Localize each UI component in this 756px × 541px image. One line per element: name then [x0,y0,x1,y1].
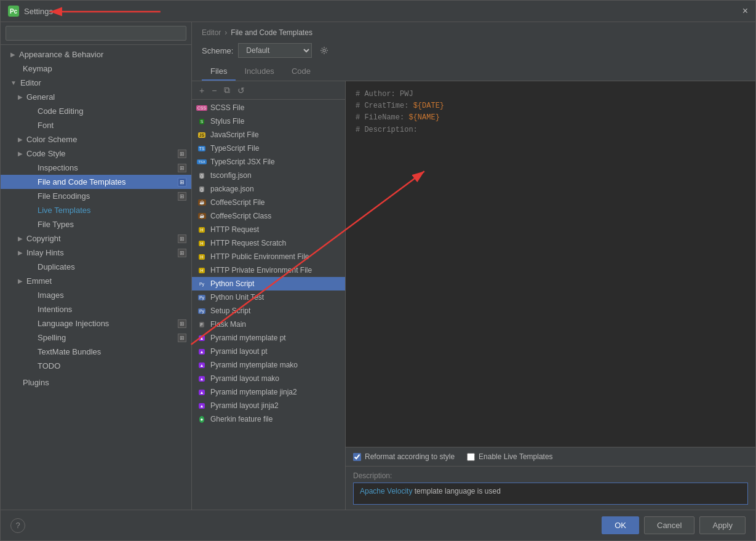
sidebar-item-images[interactable]: Images [1,288,191,302]
expand-arrow-color-scheme: ▶ [18,136,23,143]
file-item-pyr-layojinja[interactable]: ▲ Pyramid layout jinja2 [192,399,345,412]
sidebar-item-general[interactable]: ▶ General [1,90,191,104]
file-item-styl[interactable]: S Stylus File [192,114,345,128]
sidebar-item-intentions[interactable]: Intentions [1,302,191,316]
live-templates-label: Enable Live Templates [479,452,553,461]
sidebar-item-inspections[interactable]: Inspections ⊞ [1,161,191,175]
http-public-icon: H [197,252,207,262]
tab-includes[interactable]: Includes [236,63,282,81]
description-section: Description: Apache Velocity template la… [346,466,755,510]
sidebar-item-duplicates[interactable]: Duplicates [1,260,191,274]
file-item-js[interactable]: JS JavaScript File [192,128,345,142]
code-line-4: # Description: [356,124,746,136]
tab-files[interactable]: Files [202,63,236,81]
remove-template-button[interactable]: − [209,84,219,97]
help-button[interactable]: ? [10,518,25,533]
gear-button[interactable] [317,43,332,58]
file-item-tsconfig[interactable]: {} tsconfig.json [192,169,345,182]
sidebar-item-code-style[interactable]: ▶ Code Style ⊞ [1,146,191,161]
code-line-2: # CreatTime: ${DATE} [356,100,746,112]
file-item-package-json[interactable]: {} package.json [192,182,345,196]
coffee-icon: ☕ [197,198,207,207]
sidebar-item-textmate-bundles[interactable]: TextMate Bundles [1,345,191,359]
sidebar-item-spelling[interactable]: Spelling ⊞ [1,331,191,345]
live-templates-checkbox-label[interactable]: Enable Live Templates [467,452,553,461]
sidebar-item-font[interactable]: Font [1,118,191,132]
ts-icon: TS [197,143,207,153]
file-item-http-request[interactable]: H HTTP Request [192,223,345,236]
editor-panel: # Author: PWJ # CreatTime: ${DATE} # Fil… [346,81,755,510]
reformat-checkbox[interactable] [353,453,361,461]
file-item-pyr-layomako[interactable]: ▲ Pyramid layout mako [192,372,345,385]
file-item-ts[interactable]: TS TypeScript File [192,142,345,155]
gear-icon [320,46,328,55]
sidebar-item-color-scheme[interactable]: ▶ Color Scheme [1,132,191,146]
sidebar-item-language-injections[interactable]: Language Injections ⊞ [1,316,191,331]
sidebar-item-file-and-code-templates[interactable]: File and Code Templates ⊞ [1,175,191,189]
file-item-flask-main[interactable]: F Flask Main [192,318,345,331]
sidebar-item-keymap[interactable]: Keymap [1,62,191,76]
file-item-gherkin[interactable]: ● Gherkin feature file [192,412,345,426]
file-item-http-private[interactable]: H HTTP Private Environment File [192,263,345,277]
file-item-pyr-layopt[interactable]: ▲ Pyramid layout pt [192,345,345,358]
title-bar: Pc Settings × [1,1,755,22]
scss-icon: CSS [197,103,207,113]
sidebar-item-code-editing[interactable]: Code Editing [1,104,191,118]
sidebar-item-todo[interactable]: TODO [1,359,191,373]
sidebar-item-appearance[interactable]: ▶ Appearance & Behavior [1,47,191,62]
packagejson-icon: {} [197,184,207,194]
sidebar-item-emmet[interactable]: ▶ Emmet [1,274,191,288]
tab-code[interactable]: Code [283,63,319,81]
sidebar-item-live-templates[interactable]: Live Templates [1,203,191,217]
close-button[interactable]: × [742,6,748,17]
file-item-http-scratch[interactable]: H HTTP Request Scratch [192,236,345,250]
scheme-label: Scheme: [202,46,233,55]
file-item-pyr-myjinja[interactable]: ▲ Pyramid mytemplate jinja2 [192,385,345,399]
live-templates-checkbox[interactable] [467,453,475,461]
sidebar-item-copyright[interactable]: ▶ Copyright ⊞ [1,231,191,246]
python-script-icon: Py [197,279,207,289]
sidebar: ▶ Appearance & Behavior Keymap ▼ Editor … [1,22,192,510]
file-item-pyr-mypt[interactable]: ▲ Pyramid mytemplate pt [192,331,345,345]
cancel-button[interactable]: Cancel [644,516,694,534]
pyr-mypt-icon: ▲ [197,333,207,343]
code-line-3: # FileName: ${NAME} [356,112,746,124]
split-content: + − ⧉ ↺ CSS SCSS File S [192,81,755,510]
file-item-python-unit-test[interactable]: Py Python Unit Test [192,291,345,304]
dialog-title: Settings [24,7,53,16]
ih-badge: ⊞ [178,249,186,257]
file-item-coffeescript[interactable]: ☕ CoffeeScript File [192,196,345,209]
code-editor[interactable]: # Author: PWJ # CreatTime: ${DATE} # Fil… [346,81,755,447]
reset-template-button[interactable]: ↺ [235,84,247,97]
copy-template-button[interactable]: ⧉ [221,84,233,97]
fact-badge: ⊞ [178,178,186,186]
sidebar-item-file-encodings[interactable]: File Encodings ⊞ [1,189,191,203]
options-row: Reformat according to style Enable Live … [346,447,755,466]
file-item-http-public[interactable]: H HTTP Public Environment File [192,250,345,263]
scheme-select[interactable]: Default Project [238,43,312,58]
breadcrumb-current: File and Code Templates [231,28,312,37]
reformat-checkbox-label[interactable]: Reformat according to style [353,452,455,461]
sidebar-item-editor[interactable]: ▼ Editor [1,76,191,90]
apache-velocity-link[interactable]: Apache Velocity [360,487,412,495]
sidebar-item-file-types[interactable]: File Types [1,217,191,231]
file-list-toolbar: + − ⧉ ↺ [192,81,345,100]
apply-button[interactable]: Apply [699,516,746,534]
sidebar-item-inlay-hints[interactable]: ▶ Inlay Hints ⊞ [1,246,191,260]
file-item-coffeescript-class[interactable]: ☕ CoffeeScript Class [192,209,345,223]
file-item-tsx[interactable]: TSX TypeScript JSX File [192,155,345,169]
file-item-pyr-mymako[interactable]: ▲ Pyramid mytemplate mako [192,358,345,372]
http-scratch-icon: H [197,238,207,248]
file-item-scss[interactable]: CSS SCSS File [192,101,345,114]
file-item-setup-script[interactable]: Py Setup Script [192,304,345,318]
bottom-bar: ? OK Cancel Apply [1,510,755,540]
search-input[interactable] [6,26,186,41]
add-template-button[interactable]: + [197,84,207,97]
http-icon: H [197,225,207,234]
pyr-layopt-icon: ▲ [197,347,207,356]
sidebar-item-plugins[interactable]: Plugins [1,375,191,390]
file-item-python-script[interactable]: Py Python Script [192,277,345,291]
http-private-icon: H [197,265,207,275]
expand-arrow: ▶ [10,51,15,58]
ok-button[interactable]: OK [602,516,639,534]
